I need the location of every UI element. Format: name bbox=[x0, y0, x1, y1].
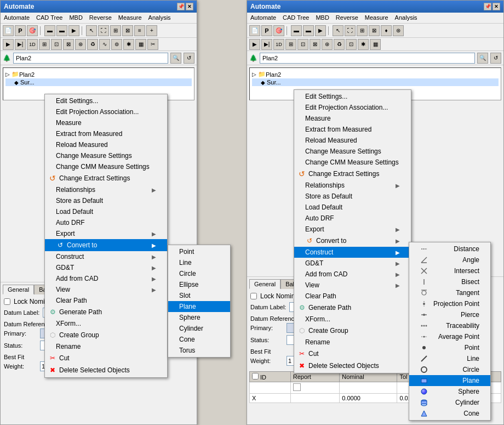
tb-b1[interactable]: ▬ bbox=[44, 25, 55, 36]
cm-store-default[interactable]: Store as Default bbox=[45, 195, 167, 206]
r-tb-b8[interactable]: ⊛ bbox=[393, 25, 404, 36]
r-tree-item-plan2[interactable]: ▷ 📁 Plan2 bbox=[252, 70, 499, 78]
r-cm-store-default[interactable]: Store as Default bbox=[294, 191, 411, 202]
cs-distance[interactable]: Distance bbox=[409, 243, 490, 254]
conv-line[interactable]: Line bbox=[168, 257, 197, 268]
cs-intersect[interactable]: Intersect bbox=[409, 265, 490, 276]
cs-bisect[interactable]: Bisect bbox=[409, 276, 490, 287]
r-cm-load-default[interactable]: Load Default bbox=[294, 202, 411, 213]
lock-nominal-check[interactable] bbox=[4, 298, 10, 305]
tree-item-sur[interactable]: ◆ Sur... bbox=[5, 78, 192, 86]
tb-cursor[interactable]: ↖ bbox=[86, 25, 97, 36]
cm-change-cmm[interactable]: Change CMM Measure Settings bbox=[45, 161, 167, 172]
conv-sphere[interactable]: Sphere bbox=[168, 312, 197, 323]
r-tb2-b1[interactable]: ▶ bbox=[249, 39, 260, 50]
r-cm-auto-drf[interactable]: Auto DRF bbox=[294, 213, 411, 224]
left-menu-automate[interactable]: Automate bbox=[1, 14, 33, 22]
right-search-input[interactable] bbox=[260, 53, 475, 64]
cs-plane[interactable]: Plane bbox=[409, 375, 490, 386]
tb-b2[interactable]: ▬ bbox=[56, 25, 67, 36]
left-search-input[interactable] bbox=[13, 53, 168, 64]
left-menu-mbd[interactable]: MBD bbox=[66, 14, 85, 22]
r-cm-xform[interactable]: XForm... bbox=[294, 314, 411, 325]
r-tb-new[interactable]: 📄 bbox=[249, 25, 260, 36]
r-tb2-b9[interactable]: ✱ bbox=[358, 39, 369, 50]
tb2-b8[interactable]: ∿ bbox=[99, 39, 110, 50]
tb2-b4[interactable]: ⊡ bbox=[51, 39, 62, 50]
tb2-b6[interactable]: ⊛ bbox=[75, 39, 86, 50]
tb2-1d[interactable]: 1D bbox=[27, 39, 38, 50]
r-tb-b2[interactable]: ▬ bbox=[303, 25, 314, 36]
tb-b4[interactable]: ⛶ bbox=[98, 25, 109, 36]
conv-cylinder[interactable]: Cylinder bbox=[168, 323, 197, 334]
cm-load-default[interactable]: Load Default bbox=[45, 206, 167, 217]
tb2-b1[interactable]: ▶ bbox=[3, 39, 14, 50]
right-tab-general[interactable]: General bbox=[249, 279, 280, 289]
r-cm-delete[interactable]: ✖ Delete Selected Objects bbox=[294, 360, 411, 372]
conv-point[interactable]: Point bbox=[168, 246, 197, 257]
conv-slot[interactable]: Slot bbox=[168, 290, 197, 301]
tb2-b7[interactable]: ♻ bbox=[87, 39, 98, 50]
cm-gdt[interactable]: GD&T ▶ bbox=[45, 262, 167, 273]
cm-clear-path[interactable]: Clear Path bbox=[45, 295, 167, 306]
r-cm-extract[interactable]: Extract from Measured bbox=[294, 124, 411, 135]
r-tb2-b4[interactable]: ⊡ bbox=[297, 39, 308, 50]
r-tb2-1d[interactable]: 1D bbox=[273, 39, 284, 50]
tb2-b12[interactable]: ✂ bbox=[147, 39, 158, 50]
cm-rename[interactable]: Rename bbox=[45, 341, 167, 352]
cm-cut[interactable]: ✂ Cut bbox=[45, 352, 167, 364]
conv-plane[interactable]: Plane bbox=[168, 301, 197, 312]
cm-create-group[interactable]: ⬡ Create Group bbox=[45, 329, 167, 341]
r-cm-change-measure[interactable]: Change Measure Settings bbox=[294, 146, 411, 157]
r-cm-gdt[interactable]: GD&T ▶ bbox=[294, 258, 411, 269]
r-tb-b1[interactable]: ▬ bbox=[291, 25, 302, 36]
cs-angle[interactable]: Angle bbox=[409, 254, 490, 265]
left-search-btn[interactable]: 🔍 bbox=[170, 53, 181, 64]
r-cm-edit-settings[interactable]: Edit Settings... bbox=[294, 91, 411, 102]
r-cm-reload[interactable]: Reload Measured bbox=[294, 135, 411, 146]
r-cm-convert-to[interactable]: ↺ Convert to ▶ bbox=[294, 235, 411, 247]
cs-cone[interactable]: Cone bbox=[409, 408, 490, 419]
r-cm-change-cmm[interactable]: Change CMM Measure Settings bbox=[294, 157, 411, 168]
cm-export[interactable]: Export ▶ bbox=[45, 228, 167, 239]
cm-add-from-cad[interactable]: Add from CAD ▶ bbox=[45, 273, 167, 284]
r-lock-nominal-check[interactable] bbox=[250, 293, 257, 299]
cs-circle[interactable]: Circle bbox=[409, 364, 490, 375]
r-tb-cursor[interactable]: ↖ bbox=[333, 25, 343, 36]
tb-arrow[interactable]: 🎯 bbox=[27, 25, 38, 36]
tb-b8[interactable]: + bbox=[146, 25, 157, 36]
cs-avg-point[interactable]: Average Point bbox=[409, 331, 490, 342]
r-cm-rename[interactable]: Rename bbox=[294, 337, 411, 348]
right-menu-mbd[interactable]: MBD bbox=[312, 14, 332, 22]
conv-cone[interactable]: Cone bbox=[168, 334, 197, 345]
tb2-b2[interactable]: ▶| bbox=[15, 39, 26, 50]
conv-ellipse[interactable]: Ellipse bbox=[168, 279, 197, 290]
cs-tangent[interactable]: Tangent bbox=[409, 287, 490, 298]
r-cm-change-extract[interactable]: ↺ Change Extract Settings bbox=[294, 168, 411, 180]
r-cm-edit-projection[interactable]: Edit Projection Association... bbox=[294, 102, 411, 113]
r-tb-p[interactable]: P bbox=[261, 25, 272, 36]
tb2-b3[interactable]: ⊞ bbox=[39, 39, 50, 50]
tb2-b11[interactable]: ▦ bbox=[135, 39, 146, 50]
r-cm-generate-path[interactable]: ⚙ Generate Path bbox=[294, 302, 411, 314]
r-tb2-b3[interactable]: ⊞ bbox=[285, 39, 296, 50]
r-tb-b4[interactable]: ⛶ bbox=[345, 25, 356, 36]
right-close-btn[interactable]: ✕ bbox=[492, 3, 500, 10]
cm-construct[interactable]: Construct ▶ bbox=[45, 251, 167, 262]
r-cm-measure[interactable]: Measure bbox=[294, 113, 411, 124]
right-menu-automate[interactable]: Automate bbox=[247, 14, 279, 22]
cm-auto-drf[interactable]: Auto DRF bbox=[45, 217, 167, 228]
tb-b7[interactable]: ≡ bbox=[134, 25, 145, 36]
left-tab-general[interactable]: General bbox=[3, 285, 34, 294]
tb2-b5[interactable]: ⊠ bbox=[63, 39, 74, 50]
cs-proj-point[interactable]: Projection Point bbox=[409, 298, 490, 309]
r-cm-construct[interactable]: Construct ▶ bbox=[294, 247, 411, 258]
cs-cylinder[interactable]: Cylinder bbox=[409, 397, 490, 408]
cm-xform[interactable]: XForm... bbox=[45, 318, 167, 329]
r-tb2-b2[interactable]: ▶| bbox=[261, 39, 272, 50]
cm-extract[interactable]: Extract from Measured bbox=[45, 128, 167, 139]
r-cm-add-from-cad[interactable]: Add from CAD ▶ bbox=[294, 269, 411, 280]
cm-edit-projection[interactable]: Edit Projection Association... bbox=[45, 106, 167, 117]
left-pin-btn[interactable]: 📌 bbox=[177, 3, 185, 10]
r-tb-b7[interactable]: ♦ bbox=[381, 25, 392, 36]
